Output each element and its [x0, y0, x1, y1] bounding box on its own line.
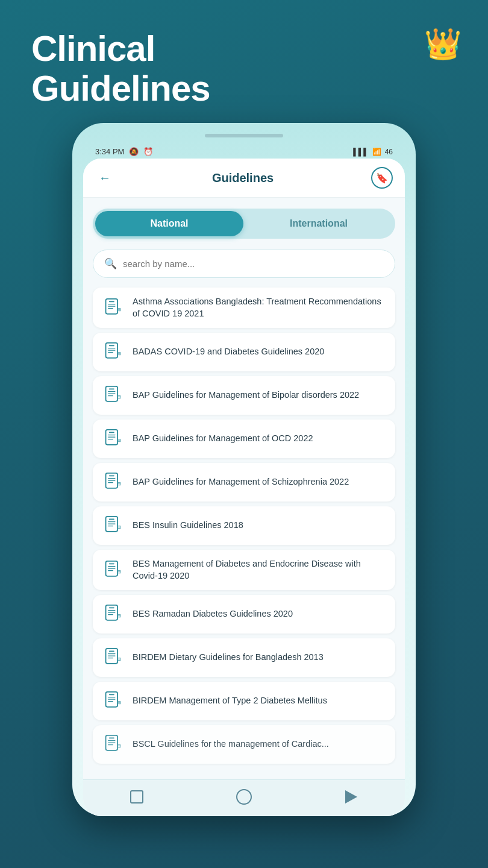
list-item[interactable]: BSCL Guidelines for the management of Ca… — [93, 725, 395, 764]
svg-rect-69 — [117, 658, 120, 661]
svg-rect-9 — [109, 345, 114, 347]
svg-rect-29 — [117, 439, 120, 442]
svg-rect-58 — [108, 610, 115, 611]
item-text: BES Ramadan Diabetes Guidelines 2020 — [133, 608, 293, 620]
app-screen: ← Guidelines 🔖 National International 🔍 — [83, 159, 405, 816]
list-item[interactable]: BAP Guidelines for Management of Bipolar… — [93, 376, 395, 415]
list-item[interactable]: BES Ramadan Diabetes Guidelines 2020 — [93, 595, 395, 634]
bookmark-button[interactable]: 🔖 — [371, 167, 393, 189]
list-item[interactable]: BADAS COVID-19 and Diabetes Guidelines 2… — [93, 333, 395, 371]
list-item[interactable]: BIRDEM Management of Type 2 Diabetes Mel… — [93, 682, 395, 720]
svg-rect-3 — [108, 306, 115, 306]
svg-rect-36 — [108, 482, 113, 483]
list-item[interactable]: Asthma Associations Bangladesh: Treatmen… — [93, 288, 395, 328]
search-container: 🔍 — [83, 245, 405, 285]
svg-rect-51 — [108, 568, 115, 568]
svg-rect-34 — [108, 478, 115, 479]
svg-rect-44 — [108, 526, 113, 526]
svg-rect-84 — [108, 744, 113, 745]
back-icon — [345, 790, 357, 804]
search-input[interactable] — [123, 259, 384, 269]
guidelines-list: Asthma Associations Bangladesh: Treatmen… — [83, 285, 405, 779]
svg-rect-49 — [109, 563, 114, 564]
item-text: BIRDEM Management of Type 2 Diabetes Mel… — [133, 695, 327, 707]
list-item[interactable]: BAP Guidelines for Management of OCD 202… — [93, 420, 395, 458]
item-text: Asthma Associations Bangladesh: Treatmen… — [133, 296, 386, 319]
doc-icon — [102, 647, 124, 668]
tab-group: National International — [93, 209, 395, 239]
list-item[interactable]: BES Insulin Guidelines 2018 — [93, 506, 395, 545]
svg-rect-50 — [108, 566, 115, 567]
svg-rect-20 — [108, 395, 113, 396]
svg-rect-28 — [108, 439, 113, 439]
svg-rect-57 — [109, 608, 114, 609]
svg-rect-19 — [108, 394, 115, 394]
svg-rect-53 — [117, 570, 120, 573]
doc-icon — [102, 297, 124, 319]
svg-rect-41 — [109, 519, 114, 520]
svg-rect-12 — [108, 352, 113, 353]
svg-rect-26 — [108, 435, 115, 435]
svg-rect-21 — [117, 395, 120, 398]
tabs-container: National International — [83, 198, 405, 245]
svg-rect-2 — [108, 303, 115, 304]
item-text: BES Insulin Guidelines 2018 — [133, 520, 243, 532]
svg-rect-25 — [109, 432, 114, 433]
search-icon: 🔍 — [104, 257, 117, 270]
phone-notch — [205, 134, 283, 137]
svg-rect-10 — [108, 348, 115, 348]
nav-recent-button[interactable] — [127, 787, 146, 807]
svg-rect-45 — [117, 526, 120, 529]
svg-rect-43 — [108, 524, 115, 524]
item-text: BAP Guidelines for Management of Schizop… — [133, 476, 349, 488]
time-display: 3:34 PM — [95, 147, 124, 156]
phone-frame: 3:34 PM 🔕 ⏰ ▌▌▌ 📶 46 ← Guidelines 🔖 Nati… — [72, 123, 416, 816]
alarm-icon: 🔕 — [129, 147, 139, 156]
doc-icon — [102, 385, 124, 406]
svg-rect-61 — [117, 614, 120, 617]
search-box: 🔍 — [93, 250, 395, 278]
status-bar: 3:34 PM 🔕 ⏰ ▌▌▌ 📶 46 — [83, 145, 405, 159]
svg-rect-83 — [108, 743, 115, 743]
crown-icon: 👑 — [424, 27, 461, 61]
svg-rect-5 — [117, 308, 120, 311]
item-text: BADAS COVID-19 and Diabetes Guidelines 2… — [133, 346, 324, 358]
clock-icon: ⏰ — [143, 147, 153, 156]
battery-display: 46 — [385, 148, 393, 156]
doc-icon — [102, 341, 124, 363]
doc-icon — [102, 690, 124, 712]
svg-rect-77 — [117, 701, 120, 704]
svg-rect-74 — [108, 697, 115, 697]
svg-rect-73 — [109, 694, 114, 696]
nav-home-button[interactable] — [234, 787, 254, 807]
doc-icon — [102, 471, 124, 493]
svg-rect-68 — [108, 658, 113, 658]
svg-rect-18 — [108, 391, 115, 392]
svg-rect-52 — [108, 570, 113, 571]
home-icon — [236, 789, 252, 805]
tab-international[interactable]: International — [245, 211, 393, 236]
svg-rect-66 — [108, 653, 115, 654]
tab-national[interactable]: National — [95, 211, 243, 236]
item-text: BAP Guidelines for Management of OCD 202… — [133, 433, 313, 445]
svg-rect-75 — [108, 699, 115, 700]
back-button[interactable]: ← — [95, 168, 114, 187]
doc-icon — [102, 559, 124, 581]
svg-rect-27 — [108, 437, 115, 438]
screen-title: Guidelines — [212, 171, 274, 185]
doc-icon — [102, 603, 124, 625]
svg-rect-67 — [108, 656, 115, 656]
svg-rect-42 — [108, 521, 115, 522]
square-icon — [130, 790, 143, 804]
list-item[interactable]: BIRDEM Dietary Guidelines for Bangladesh… — [93, 638, 395, 677]
doc-icon — [102, 428, 124, 450]
svg-rect-17 — [109, 389, 114, 390]
wifi-icon: 📶 — [372, 148, 381, 156]
nav-back-button[interactable] — [342, 787, 361, 807]
list-item[interactable]: BAP Guidelines for Management of Schizop… — [93, 463, 395, 502]
svg-rect-37 — [117, 482, 120, 485]
item-text: BSCL Guidelines for the management of Ca… — [133, 738, 329, 750]
svg-rect-76 — [108, 701, 113, 702]
svg-rect-13 — [117, 352, 120, 355]
list-item[interactable]: BES Management of Diabetes and Endocrine… — [93, 550, 395, 590]
